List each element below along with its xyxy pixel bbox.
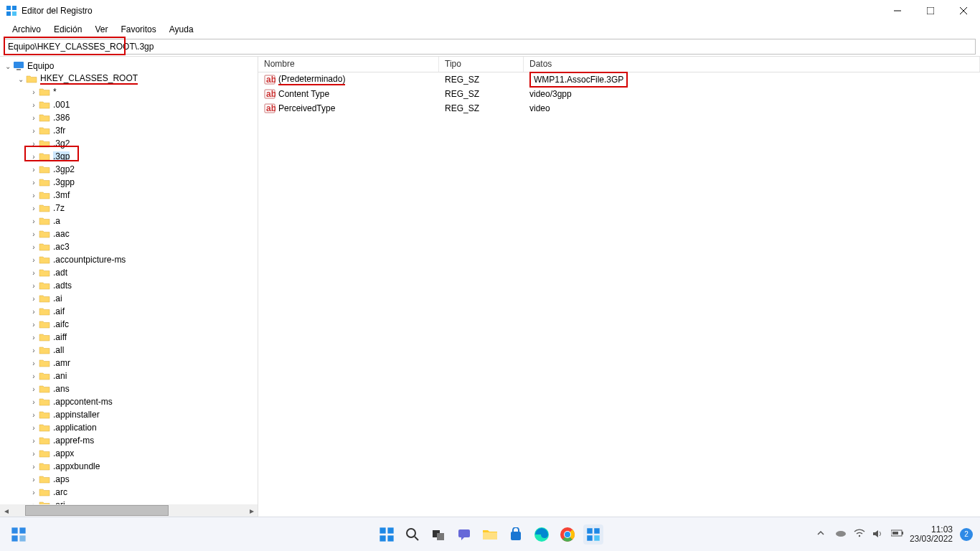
tree-node[interactable]: .adts — [0, 279, 258, 292]
value-row[interactable]: abContent TypeREG_SZvideo/3gpp — [258, 87, 980, 101]
regedit-taskbar-button[interactable] — [583, 524, 603, 545]
expand-chevron-icon[interactable] — [29, 204, 39, 212]
horizontal-scrollbar[interactable]: ◂ ▸ — [0, 504, 258, 517]
expand-chevron-icon[interactable] — [29, 437, 39, 445]
widgets-button[interactable] — [9, 524, 29, 545]
expand-chevron-icon[interactable] — [29, 308, 39, 316]
tree-node[interactable]: .appx — [0, 447, 258, 460]
tree-pane[interactable]: EquipoHKEY_CLASSES_ROOT*.001.386.3fr.3g2… — [0, 57, 258, 517]
expand-chevron-icon[interactable] — [29, 347, 39, 354]
close-button[interactable] — [947, 0, 980, 22]
scroll-left-icon[interactable]: ◂ — [0, 504, 12, 517]
menu-ayuda[interactable]: Ayuda — [164, 23, 199, 36]
taskview-button[interactable] — [428, 524, 448, 545]
col-name-header[interactable]: Nombre — [258, 57, 439, 72]
tree-node[interactable]: .386 — [0, 111, 258, 124]
expand-chevron-icon[interactable] — [29, 411, 39, 419]
expand-chevron-icon[interactable] — [29, 463, 39, 471]
menu-ver[interactable]: Ver — [90, 23, 113, 36]
tree-node[interactable]: .arc — [0, 486, 258, 499]
expand-chevron-icon[interactable] — [29, 88, 39, 96]
expand-chevron-icon[interactable] — [29, 166, 39, 174]
tree-node[interactable]: .3fr — [0, 124, 258, 137]
menu-archivo[interactable]: Archivo — [7, 23, 46, 36]
tree-node[interactable]: .ans — [0, 382, 258, 395]
scroll-thumb[interactable] — [25, 505, 169, 516]
tree-node[interactable]: .ac3 — [0, 240, 258, 253]
tree-node[interactable]: .3gp — [0, 150, 258, 163]
edge-button[interactable] — [532, 524, 552, 545]
tree-node[interactable]: HKEY_CLASSES_ROOT — [0, 72, 258, 85]
tree-node[interactable]: * — [0, 85, 258, 98]
expand-chevron-icon[interactable] — [29, 192, 39, 199]
expand-chevron-icon[interactable] — [29, 217, 39, 225]
battery-icon[interactable] — [891, 529, 903, 540]
tree-node[interactable]: .aif — [0, 305, 258, 318]
expand-chevron-icon[interactable] — [29, 269, 39, 277]
notifications-badge[interactable]: 2 — [960, 528, 973, 541]
tree-node[interactable]: .appcontent-ms — [0, 395, 258, 408]
chat-button[interactable] — [454, 524, 474, 545]
expand-chevron-icon[interactable] — [29, 153, 39, 161]
menu-edicion[interactable]: Edición — [49, 23, 87, 36]
tree-node[interactable]: .a — [0, 215, 258, 227]
expand-chevron-icon[interactable] — [29, 385, 39, 393]
tree-node[interactable]: .amr — [0, 357, 258, 369]
tree-node[interactable]: .aiff — [0, 331, 258, 344]
expand-chevron-icon[interactable] — [29, 282, 39, 290]
expand-chevron-icon[interactable] — [29, 359, 39, 367]
expand-chevron-icon[interactable] — [29, 101, 39, 109]
tree-node[interactable]: .7z — [0, 202, 258, 215]
value-row[interactable]: abPerceivedTypeREG_SZvideo — [258, 101, 980, 116]
expand-chevron-icon[interactable] — [29, 230, 39, 238]
tree-node[interactable]: .adt — [0, 266, 258, 279]
menu-favoritos[interactable]: Favoritos — [116, 23, 161, 36]
tree-node[interactable]: .application — [0, 421, 258, 434]
store-button[interactable] — [506, 524, 526, 545]
taskbar[interactable]: 11:03 23/03/2022 2 — [0, 517, 980, 551]
chrome-button[interactable] — [557, 524, 578, 545]
tray-chevron-icon[interactable] — [816, 529, 828, 540]
tree-node[interactable]: Equipo — [0, 60, 258, 72]
scroll-right-icon[interactable]: ▸ — [245, 504, 258, 517]
tree-node[interactable]: .appref-ms — [0, 434, 258, 447]
expand-chevron-icon[interactable] — [29, 372, 39, 380]
volume-icon[interactable] — [872, 529, 884, 540]
explorer-button[interactable] — [480, 524, 500, 545]
tree-node[interactable]: .all — [0, 344, 258, 357]
expand-chevron-icon[interactable] — [3, 62, 13, 70]
wifi-icon[interactable] — [854, 529, 865, 540]
tree-node[interactable]: .appinstaller — [0, 408, 258, 421]
expand-chevron-icon[interactable] — [29, 243, 39, 251]
expand-chevron-icon[interactable] — [29, 424, 39, 432]
tree-node[interactable]: .001 — [0, 98, 258, 111]
start-button[interactable] — [377, 524, 397, 545]
expand-chevron-icon[interactable] — [29, 450, 39, 458]
tree-node[interactable]: .accountpicture-ms — [0, 253, 258, 266]
expand-chevron-icon[interactable] — [29, 179, 39, 187]
tree-node[interactable]: .3gp2 — [0, 163, 258, 176]
expand-chevron-icon[interactable] — [29, 321, 39, 329]
expand-chevron-icon[interactable] — [29, 114, 39, 122]
expand-chevron-icon[interactable] — [29, 489, 39, 496]
tree-node[interactable]: .ai — [0, 292, 258, 305]
expand-chevron-icon[interactable] — [29, 476, 39, 484]
col-type-header[interactable]: Tipo — [439, 57, 524, 72]
expand-chevron-icon[interactable] — [16, 75, 26, 83]
tree-node[interactable]: .3g2 — [0, 137, 258, 150]
tree-node[interactable]: .aifc — [0, 318, 258, 331]
clock[interactable]: 11:03 23/03/2022 — [910, 525, 953, 544]
expand-chevron-icon[interactable] — [29, 295, 39, 303]
expand-chevron-icon[interactable] — [29, 334, 39, 342]
value-row[interactable]: ab(Predeterminado)REG_SZWMP11.AssocFile.… — [258, 72, 980, 87]
tree-node[interactable]: .aps — [0, 473, 258, 486]
minimize-button[interactable] — [881, 0, 914, 22]
expand-chevron-icon[interactable] — [29, 398, 39, 406]
address-bar[interactable]: Equipo\HKEY_CLASSES_ROOT\.3gp — [4, 39, 976, 55]
expand-chevron-icon[interactable] — [29, 127, 39, 135]
tree-node[interactable]: .3mf — [0, 189, 258, 202]
onedrive-icon[interactable] — [835, 529, 847, 540]
search-button[interactable] — [402, 524, 423, 545]
expand-chevron-icon[interactable] — [29, 140, 39, 148]
maximize-button[interactable] — [914, 0, 947, 22]
